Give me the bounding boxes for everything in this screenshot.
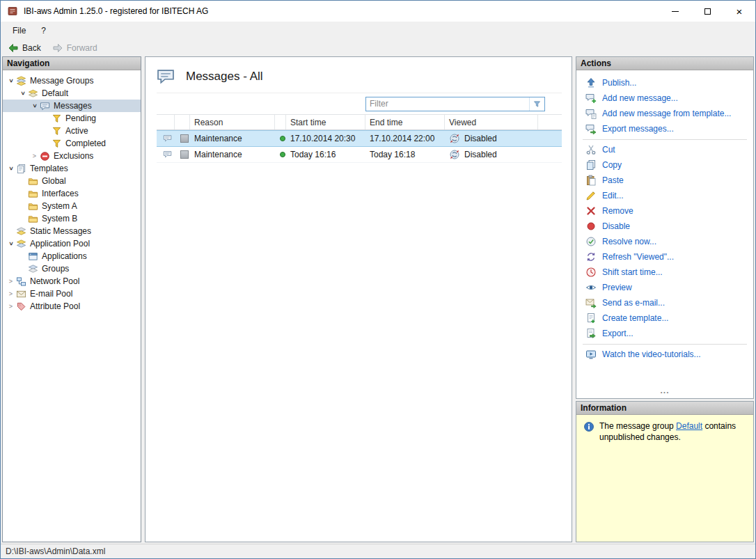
tree-item-label: Templates [30, 163, 70, 175]
information-panel: Information The message group Default co… [576, 401, 754, 542]
action-shift-start-time[interactable]: Shift start time... [576, 265, 753, 280]
tree-item-static-messages[interactable]: Static Messages [3, 225, 141, 237]
action-create-template[interactable]: Create template... [576, 310, 753, 326]
action-export-messages[interactable]: Export messages... [576, 121, 753, 136]
chevron-right-icon[interactable] [29, 151, 40, 162]
back-button[interactable]: Back [5, 41, 47, 55]
action-publish[interactable]: Publish... [576, 75, 753, 90]
actions-panel: Actions Publish...Add new message...Add … [576, 56, 754, 399]
create-template-icon [585, 313, 597, 324]
tree-item-label: Active [65, 125, 90, 137]
minimize-button[interactable] [659, 1, 691, 22]
chevron-down-icon[interactable] [6, 239, 16, 249]
tree-item-label: Completed [65, 138, 108, 150]
network-pool-icon [16, 276, 26, 287]
viewed-cell: Disabled [445, 131, 538, 146]
tree-item-attribute-pool[interactable]: Attribute Pool [3, 300, 141, 313]
tree-item-completed[interactable]: Completed [3, 137, 141, 150]
action-label: Send as e-mail... [602, 298, 665, 308]
tree-item-message-groups[interactable]: Message Groups [3, 74, 141, 87]
send-email-icon [585, 297, 597, 308]
chevron-right-icon[interactable] [6, 289, 16, 299]
column-start-time[interactable]: Start time [286, 115, 365, 129]
paste-icon [585, 175, 597, 186]
tree-item-label: Static Messages [30, 226, 93, 237]
menu-file[interactable]: File [6, 24, 32, 38]
action-copy[interactable]: Copy [576, 157, 753, 173]
tree-item-templates[interactable]: Templates [3, 162, 141, 175]
action-export[interactable]: Export... [576, 326, 753, 341]
action-paste[interactable]: Paste [576, 173, 753, 188]
tree-item-active[interactable]: Active [3, 125, 141, 137]
actions-separator [583, 344, 747, 345]
filter-box [365, 97, 545, 111]
table-body: Maintenance17.10.2014 20:3017.10.2014 22… [157, 130, 562, 536]
back-arrow-icon [8, 42, 19, 54]
action-preview[interactable]: Preview [576, 280, 753, 295]
tree-item-applications[interactable]: Applications [3, 250, 141, 262]
tree-item-label: Interfaces [42, 188, 81, 200]
menu-help[interactable]: ? [35, 24, 52, 38]
action-watch-the-video-tutorials[interactable]: Watch the video-tutorials... [576, 347, 753, 362]
app-body: Navigation Message GroupsDefaultMessages… [2, 56, 754, 542]
action-label: Resolve now... [602, 237, 656, 246]
filter-band [157, 93, 562, 114]
action-label: Add new message from template... [602, 109, 731, 118]
chevron-right-icon[interactable] [6, 276, 16, 287]
action-disable[interactable]: Disable [576, 219, 753, 234]
default-group-link[interactable]: Default [676, 421, 702, 431]
expander-spacer [17, 264, 28, 274]
info-text-prefix: The message group [599, 421, 676, 431]
chevron-right-icon[interactable] [6, 301, 16, 312]
resolve-icon [585, 236, 597, 247]
row-filler [538, 147, 562, 162]
column-end-time[interactable]: End time [365, 115, 445, 129]
table-row[interactable]: Maintenance17.10.2014 20:3017.10.2014 22… [157, 130, 562, 147]
export-icon [585, 328, 597, 339]
chevron-down-icon[interactable] [6, 164, 16, 174]
action-add-new-message-from-template[interactable]: Add new message from template... [576, 106, 753, 121]
edit-icon [585, 190, 597, 201]
tree-item-interfaces[interactable]: Interfaces [3, 187, 141, 200]
tree-item-global[interactable]: Global [3, 175, 141, 187]
action-label: Disable [602, 221, 630, 231]
close-button[interactable]: × [723, 1, 755, 22]
table-row[interactable]: MaintenanceToday 16:16Today 16:18Disable… [157, 147, 562, 163]
tree-item-system-a[interactable]: System A [3, 200, 141, 212]
chevron-down-icon[interactable] [6, 76, 16, 86]
action-add-new-message[interactable]: Add new message... [576, 90, 753, 106]
action-send-as-e-mail[interactable]: Send as e-mail... [576, 295, 753, 310]
tree-item-application-pool[interactable]: Application Pool [3, 237, 141, 250]
exclusions-icon [40, 151, 50, 162]
chevron-down-icon[interactable] [29, 101, 40, 111]
preview-icon [585, 282, 597, 293]
column-icon-2 [175, 115, 190, 129]
actions-overflow-button[interactable]: ... [576, 385, 753, 398]
tree-item-exclusions[interactable]: Exclusions [3, 150, 141, 162]
action-resolve-now[interactable]: Resolve now... [576, 234, 753, 249]
maximize-icon [704, 8, 711, 15]
column-reason[interactable]: Reason [190, 115, 275, 129]
filter-input[interactable] [366, 97, 529, 111]
tree-item-network-pool[interactable]: Network Pool [3, 275, 141, 288]
action-edit[interactable]: Edit... [576, 188, 753, 203]
action-cut[interactable]: Cut [576, 142, 753, 157]
column-viewed[interactable]: Viewed [445, 115, 538, 129]
chevron-down-icon[interactable] [17, 88, 28, 99]
action-label: Export messages... [602, 124, 674, 134]
action-remove[interactable]: Remove [576, 203, 753, 219]
maximize-button[interactable] [691, 1, 723, 22]
tree-item-system-b[interactable]: System B [3, 212, 141, 225]
video-tutorials-icon [585, 349, 597, 360]
tree-item-e-mail-pool[interactable]: E-mail Pool [3, 288, 141, 300]
filter-funnel-button[interactable] [529, 97, 544, 111]
action-refresh-viewed[interactable]: Refresh "Viewed"... [576, 249, 753, 265]
tree-item-default[interactable]: Default [3, 87, 141, 100]
action-label: Create template... [602, 313, 668, 323]
tree-item-pending[interactable]: Pending [3, 112, 141, 125]
tree-item-groups[interactable]: Groups [3, 262, 141, 275]
viewed-label: Disabled [464, 150, 497, 159]
tree-item-messages[interactable]: Messages [3, 100, 141, 112]
forward-button[interactable]: Forward [49, 41, 103, 55]
menu-bar: File ? [1, 22, 755, 39]
